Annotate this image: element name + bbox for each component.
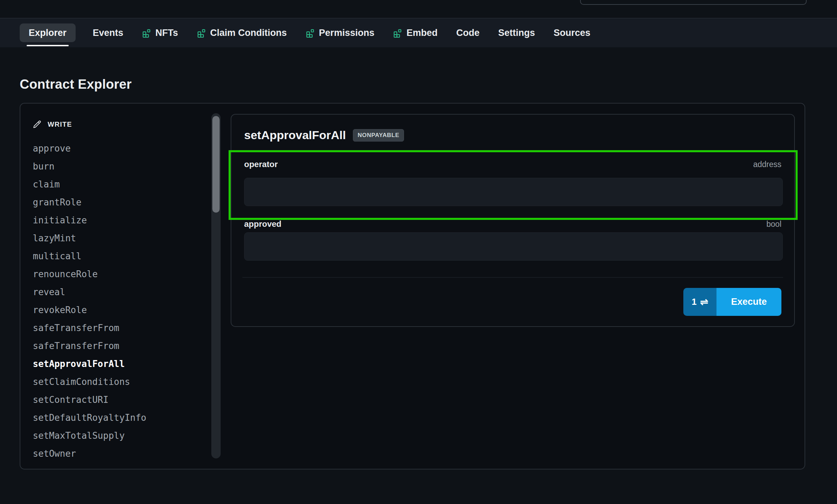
nav-tab-label: Explorer bbox=[29, 28, 67, 38]
card-footer-divider bbox=[242, 277, 783, 278]
field-label-operator: operator bbox=[244, 159, 278, 169]
write-section-header: WRITE bbox=[33, 120, 72, 129]
pencil-icon bbox=[33, 120, 41, 129]
nav-tab[interactable]: Permissions bbox=[304, 18, 376, 47]
active-tab-underline bbox=[27, 45, 69, 46]
swap-harpoons-icon: ⇌ bbox=[700, 297, 708, 307]
function-list: approve burn claim grantRole initialize … bbox=[33, 139, 205, 463]
page-title: Contract Explorer bbox=[20, 77, 132, 92]
function-item[interactable]: setDefaultRoyaltyInfo bbox=[33, 409, 205, 427]
function-item[interactable]: initialize bbox=[33, 211, 205, 229]
extension-grid-icon bbox=[393, 28, 402, 38]
field-type-operator: address bbox=[753, 160, 781, 169]
nav-tab[interactable]: Embed bbox=[392, 18, 439, 47]
function-item[interactable]: claim bbox=[33, 175, 205, 193]
nav-tab-label: Sources bbox=[554, 28, 590, 38]
function-item[interactable]: burn bbox=[33, 157, 205, 175]
execute-button-group: 1 ⇌ Execute bbox=[683, 288, 781, 316]
nav-tab[interactable]: Claim Conditions bbox=[195, 18, 288, 47]
function-item[interactable]: renounceRole bbox=[33, 265, 205, 283]
operator-input[interactable] bbox=[244, 178, 783, 206]
extension-grid-icon bbox=[142, 28, 151, 38]
function-name-heading: setApprovalForAll bbox=[244, 128, 346, 142]
nav-tab[interactable]: Settings bbox=[497, 18, 537, 47]
mutability-badge: NONPAYABLE bbox=[353, 129, 404, 142]
nav-tab-label: Code bbox=[456, 28, 480, 38]
function-item[interactable]: setMaxTotalSupply bbox=[33, 427, 205, 445]
function-list-scrollbar[interactable] bbox=[211, 113, 221, 458]
contract-tab-bar: Explorer Events bbox=[0, 18, 837, 47]
function-item[interactable]: revokeRole bbox=[33, 301, 205, 319]
function-item[interactable]: grantRole bbox=[33, 193, 205, 211]
nav-tab[interactable]: Sources bbox=[552, 18, 592, 47]
approved-input[interactable] bbox=[244, 232, 783, 261]
extension-grid-icon bbox=[306, 28, 315, 38]
execute-button[interactable]: Execute bbox=[716, 288, 781, 316]
nav-tab-label: NFTs bbox=[155, 28, 178, 38]
write-section-label: WRITE bbox=[48, 120, 72, 128]
simulations-count: 1 bbox=[692, 297, 696, 307]
scrollbar-thumb[interactable] bbox=[212, 116, 220, 213]
nav-tab-label: Claim Conditions bbox=[210, 28, 287, 38]
function-card: setApprovalForAll NONPAYABLE operator ad… bbox=[231, 114, 795, 327]
nav-tab-label: Embed bbox=[406, 28, 437, 38]
function-item[interactable]: setOwner bbox=[33, 445, 205, 463]
field-type-approved: bool bbox=[767, 220, 781, 229]
nav-tab[interactable]: Events bbox=[92, 18, 125, 47]
nav-tab[interactable]: Explorer bbox=[20, 18, 76, 47]
nav-tab[interactable]: NFTs bbox=[141, 18, 180, 47]
nav-tab-label: Permissions bbox=[319, 28, 375, 38]
function-item[interactable]: setContractURI bbox=[33, 391, 205, 409]
nav-tab-label: Events bbox=[93, 28, 124, 38]
simulate-count-button[interactable]: 1 ⇌ bbox=[683, 288, 716, 316]
cutoff-toolbar-outline bbox=[580, 0, 807, 5]
function-item[interactable]: approve bbox=[33, 139, 205, 157]
function-item[interactable]: setApprovalForAll bbox=[33, 355, 205, 373]
extension-grid-icon bbox=[197, 28, 206, 38]
function-item[interactable]: safeTransferFrom bbox=[33, 319, 205, 337]
nav-tab[interactable]: Code bbox=[455, 18, 481, 47]
function-item[interactable]: safeTransferFrom bbox=[33, 337, 205, 355]
nav-tab-label: Settings bbox=[498, 28, 535, 38]
function-item[interactable]: setClaimConditions bbox=[33, 373, 205, 391]
field-label-approved: approved bbox=[244, 219, 281, 229]
function-item[interactable]: multicall bbox=[33, 247, 205, 265]
contract-explorer-panel: WRITE approve burn claim grantRole initi… bbox=[20, 103, 805, 469]
function-item[interactable]: reveal bbox=[33, 283, 205, 301]
function-item[interactable]: lazyMint bbox=[33, 229, 205, 247]
